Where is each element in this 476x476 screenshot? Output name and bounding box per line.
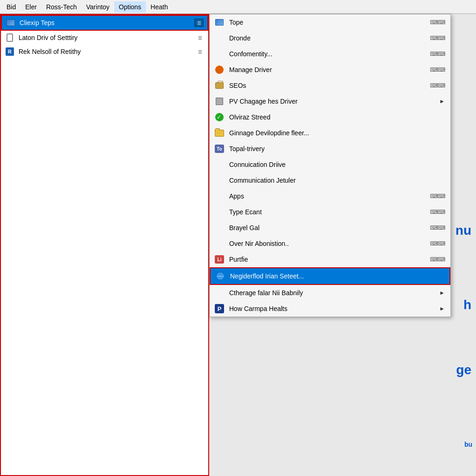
menu-item-brayel-gal[interactable]: Brayel Gal ⌨⌨: [210, 220, 450, 236]
shortcut-type-ecant: ⌨⌨: [430, 209, 445, 215]
menu-item-ctherage[interactable]: Ctherage falar Nii Babnily ►: [210, 285, 450, 301]
left-item-label: Cliexip Teps: [20, 19, 194, 26]
menubar-item-heath[interactable]: Heath: [146, 1, 172, 13]
menu-item-topal-trivery[interactable]: To Topal-trivery: [210, 141, 450, 157]
floppy-icon: [214, 96, 225, 106]
R-icon: R: [5, 47, 15, 56]
menu-item-purtfie[interactable]: Li Purtfie ⌨⌨: [210, 251, 450, 267]
folder-icon: [214, 128, 225, 138]
arrow-icon-ctherage: ►: [439, 290, 445, 296]
menu-item-manage-driver[interactable]: Manage Driver ⌨⌨: [210, 62, 450, 78]
menu-action-icon[interactable]: ☰: [195, 33, 205, 42]
shortcut-seos: ⌨⌨: [430, 82, 445, 89]
left-item-label: Rek Nelsoll of Retithy: [19, 48, 195, 55]
shortcut-brayel-gal: ⌨⌨: [430, 225, 445, 231]
orange-icon: [214, 65, 225, 75]
hint-text-4: bu: [464, 441, 472, 448]
shortcut-manage-driver: ⌨⌨: [430, 66, 445, 73]
menu-action-icon2[interactable]: ☰: [195, 47, 205, 56]
menu-item-seos[interactable]: SEOs ⌨⌨: [210, 78, 450, 93]
tablet-icon: [5, 33, 15, 42]
P-icon: P: [214, 304, 225, 314]
arrow-icon-pv: ►: [439, 98, 445, 105]
left-item-rek-nelsoll[interactable]: R Rek Nelsoll of Retithy ☰: [1, 45, 208, 59]
shortcut-purtfie: ⌨⌨: [430, 256, 445, 263]
briefcase-icon: [214, 80, 225, 91]
menu-item-tope[interactable]: Tope ⌨⌨: [210, 14, 450, 30]
shortcut-apps: ⌨⌨: [430, 193, 445, 199]
menu-item-apps[interactable]: Apps ⌨⌨: [210, 188, 450, 204]
shortcut-confomentity: ⌨⌨: [430, 51, 445, 57]
menu-item-how-carmpa[interactable]: P How Carmpa Healts ►: [210, 301, 450, 317]
shortcut-dronde: ⌨⌨: [430, 35, 445, 41]
menu-item-negiderflod[interactable]: Negiderflod Irian Seteet...: [210, 267, 450, 285]
menu-item-communication[interactable]: Communication Jetuler: [210, 172, 450, 188]
menu-item-olviraz[interactable]: Olviraz Streed: [210, 109, 450, 125]
monitor-icon: [6, 19, 16, 27]
main-area: Cliexip Teps ☰ Laton Driv of Setttiry ☰ …: [0, 14, 476, 476]
no-icon-dronde: [214, 33, 225, 43]
menu-item-type-ecant[interactable]: Type Ecant ⌨⌨: [210, 204, 450, 220]
menubar: Bid Eler Ross-Tech Varintoy Options Heat…: [0, 0, 476, 14]
green-check-icon: [214, 112, 225, 122]
globe-icon: [215, 271, 225, 281]
arrow-icon-how-carmpa: ►: [439, 305, 445, 312]
list-action-icon[interactable]: ☰: [194, 19, 204, 27]
no-icon-over-nir: [214, 238, 225, 249]
hint-text-3: ge: [456, 363, 471, 377]
hint-text-2: h: [463, 298, 471, 312]
menu-item-connuication[interactable]: Connuication Driive: [210, 157, 450, 172]
hint-text-1: nu: [456, 223, 471, 238]
left-item-laton-driv[interactable]: Laton Driv of Setttiry ☰: [1, 31, 208, 45]
left-item-cliexip-teps[interactable]: Cliexip Teps ☰: [1, 15, 208, 31]
shortcut-over-nir: ⌨⌨: [430, 240, 445, 247]
menubar-item-ross-tech[interactable]: Ross-Tech: [41, 1, 81, 13]
no-icon-apps: [214, 191, 225, 201]
menu-item-dronde[interactable]: Dronde ⌨⌨: [210, 30, 450, 46]
dropdown-menu: Tope ⌨⌨ Dronde ⌨⌨ Confomentity... ⌨⌨ Man…: [209, 14, 451, 317]
To-icon: To: [214, 144, 225, 154]
no-icon-type-ecant: [214, 207, 225, 217]
monitor-small-icon: [214, 17, 225, 27]
no-icon-connuication: [214, 159, 225, 170]
menubar-item-options[interactable]: Options: [114, 1, 146, 13]
no-icon-confomentity: [214, 49, 225, 59]
menu-item-ginnage[interactable]: Ginnage Devilopdine fleer...: [210, 125, 450, 141]
li-icon: Li: [214, 254, 225, 264]
menubar-item-bid[interactable]: Bid: [2, 1, 20, 13]
no-icon-ctherage: [214, 288, 225, 298]
menu-item-pv-chagage[interactable]: PV Chagage hes Driver ►: [210, 93, 450, 109]
menubar-item-eler[interactable]: Eler: [20, 1, 41, 13]
no-icon-brayel-gal: [214, 223, 225, 233]
menu-item-over-nir[interactable]: Over Nir Abonistion.. ⌨⌨: [210, 236, 450, 251]
left-item-label: Laton Driv of Setttiry: [19, 34, 195, 41]
no-icon-communication: [214, 175, 225, 185]
left-panel: Cliexip Teps ☰ Laton Driv of Setttiry ☰ …: [0, 14, 209, 476]
shortcut-tope: ⌨⌨: [430, 19, 445, 26]
menubar-item-varintoy[interactable]: Varintoy: [81, 1, 114, 13]
menu-item-confomentity[interactable]: Confomentity... ⌨⌨: [210, 46, 450, 62]
